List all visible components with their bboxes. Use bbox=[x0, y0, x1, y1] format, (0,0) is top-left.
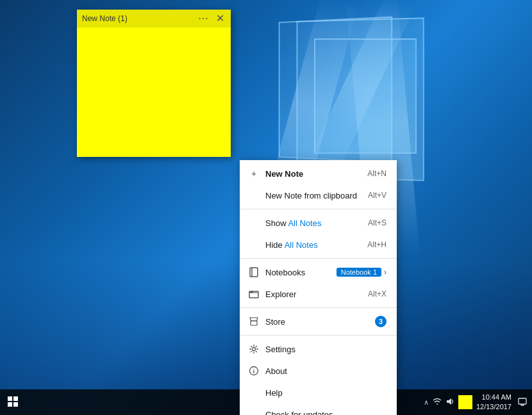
svg-rect-8 bbox=[8, 396, 12, 401]
menu-item-help[interactable]: Help bbox=[240, 382, 397, 403]
sticky-note: New Note (1) ⋯ ✕ bbox=[77, 10, 231, 157]
wifi-icon[interactable] bbox=[433, 397, 442, 408]
menu-item-show-all-notes[interactable]: Show All Notes Alt+S bbox=[240, 212, 397, 234]
store-label: Store bbox=[265, 317, 372, 327]
sticky-title: New Note (1) bbox=[82, 14, 128, 23]
plus-icon: + bbox=[247, 167, 260, 180]
settings-label: Settings bbox=[265, 345, 387, 354]
show-all-notes-shortcut: Alt+S bbox=[368, 218, 387, 227]
svg-rect-13 bbox=[519, 398, 526, 404]
notebooks-arrow: › bbox=[384, 268, 387, 277]
about-icon: i bbox=[247, 364, 260, 377]
separator-2 bbox=[240, 258, 397, 259]
separator-3 bbox=[240, 307, 397, 308]
sticky-menu-button[interactable]: ⋯ bbox=[197, 13, 210, 24]
show-notes-icon bbox=[247, 216, 260, 229]
explorer-icon bbox=[247, 288, 260, 300]
check-updates-label: Check for updates bbox=[265, 410, 387, 416]
notebook-badge: Notebook 1 bbox=[337, 268, 381, 277]
win-pane-3 bbox=[314, 38, 417, 154]
menu-item-explorer[interactable]: Explorer Alt+X bbox=[240, 283, 397, 305]
menu-item-new-note[interactable]: + New Note Alt+N bbox=[240, 163, 397, 184]
hide-all-notes-shortcut: Alt+H bbox=[367, 240, 387, 249]
clipboard-icon bbox=[247, 189, 260, 202]
svg-rect-0 bbox=[250, 268, 258, 277]
sticky-controls: ⋯ ✕ bbox=[197, 13, 226, 24]
volume-icon[interactable] bbox=[445, 397, 454, 408]
clock-time: 10:44 AM bbox=[476, 393, 511, 402]
help-label: Help bbox=[265, 388, 387, 398]
svg-rect-3 bbox=[249, 291, 253, 293]
sticky-titlebar: New Note (1) ⋯ ✕ bbox=[77, 10, 231, 28]
new-note-clipboard-shortcut: Alt+V bbox=[368, 191, 387, 200]
svg-rect-4 bbox=[251, 321, 257, 325]
system-clock[interactable]: 10:44 AM 12/13/2017 bbox=[476, 393, 514, 412]
svg-rect-9 bbox=[13, 396, 18, 401]
context-menu: + New Note Alt+N New Note from clipboard… bbox=[240, 160, 397, 415]
store-badge: 3 bbox=[375, 316, 387, 327]
clock-date: 12/13/2017 bbox=[476, 402, 511, 412]
hide-all-notes-label: Hide All Notes bbox=[265, 240, 367, 250]
menu-item-settings[interactable]: Settings bbox=[240, 338, 397, 360]
new-note-shortcut: Alt+N bbox=[367, 169, 387, 178]
notebooks-label: Notebooks bbox=[265, 268, 333, 277]
svg-rect-11 bbox=[13, 402, 18, 407]
taskbar-right: ∧ 10:44 AM 12/13/2017 bbox=[424, 393, 532, 412]
start-button[interactable] bbox=[5, 396, 21, 409]
new-note-label: New Note bbox=[265, 169, 367, 179]
update-icon bbox=[247, 408, 260, 415]
sticky-body bbox=[77, 28, 231, 157]
menu-item-store[interactable]: Store 3 bbox=[240, 311, 397, 332]
separator-1 bbox=[240, 209, 397, 209]
sticky-close-button[interactable]: ✕ bbox=[215, 13, 226, 24]
separator-4 bbox=[240, 335, 397, 336]
menu-item-hide-all-notes[interactable]: Hide All Notes Alt+H bbox=[240, 234, 397, 256]
notification-center-icon[interactable] bbox=[518, 397, 527, 408]
svg-point-5 bbox=[253, 348, 256, 351]
store-icon bbox=[247, 315, 260, 328]
desktop: New Note (1) ⋯ ✕ + New Note Alt+N New No… bbox=[0, 0, 532, 415]
explorer-shortcut: Alt+X bbox=[368, 289, 387, 298]
notification-arrow[interactable]: ∧ bbox=[424, 398, 429, 407]
menu-item-about[interactable]: i About bbox=[240, 360, 397, 382]
svg-point-12 bbox=[436, 403, 438, 405]
help-icon bbox=[247, 386, 260, 399]
about-label: About bbox=[265, 366, 387, 376]
svg-rect-10 bbox=[8, 402, 12, 407]
new-note-clipboard-label: New Note from clipboard bbox=[265, 191, 368, 200]
show-all-notes-label: Show All Notes bbox=[265, 218, 368, 228]
settings-icon bbox=[247, 343, 260, 355]
hide-notes-icon bbox=[247, 238, 260, 251]
notebook-icon bbox=[247, 266, 260, 279]
taskbar-left bbox=[0, 396, 21, 409]
taskbar-sticky-icon[interactable] bbox=[458, 395, 472, 409]
svg-text:i: i bbox=[253, 368, 255, 375]
menu-item-notebooks[interactable]: Notebooks Notebook 1 › bbox=[240, 261, 397, 283]
explorer-label: Explorer bbox=[265, 289, 368, 299]
menu-item-check-updates[interactable]: Check for updates bbox=[240, 403, 397, 415]
menu-item-new-note-clipboard[interactable]: New Note from clipboard Alt+V bbox=[240, 184, 397, 206]
